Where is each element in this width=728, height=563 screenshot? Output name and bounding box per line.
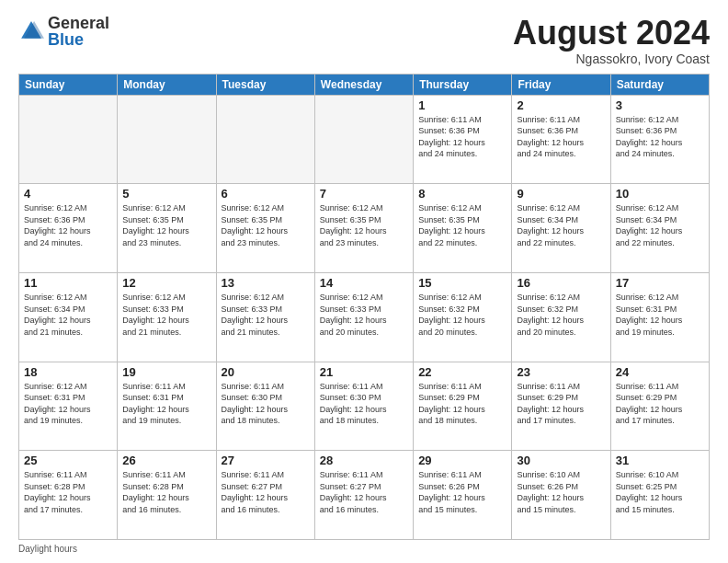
calendar-table: SundayMondayTuesdayWednesdayThursdayFrid… <box>18 74 710 540</box>
calendar-week-3: 11Sunrise: 6:12 AM Sunset: 6:34 PM Dayli… <box>19 272 710 362</box>
day-number: 2 <box>517 98 605 112</box>
day-info: Sunrise: 6:11 AM Sunset: 6:36 PM Dayligh… <box>418 114 506 160</box>
day-number: 17 <box>616 276 704 290</box>
weekday-header-row: SundayMondayTuesdayWednesdayThursdayFrid… <box>19 74 710 95</box>
day-number: 28 <box>320 454 408 467</box>
day-number: 9 <box>517 187 605 201</box>
calendar-week-2: 4Sunrise: 6:12 AM Sunset: 6:36 PM Daylig… <box>19 184 710 273</box>
day-info: Sunrise: 6:12 AM Sunset: 6:31 PM Dayligh… <box>24 381 112 427</box>
day-info: Sunrise: 6:11 AM Sunset: 6:28 PM Dayligh… <box>24 469 112 515</box>
logo: General Blue <box>18 15 109 48</box>
calendar-week-4: 18Sunrise: 6:12 AM Sunset: 6:31 PM Dayli… <box>19 362 710 451</box>
day-info: Sunrise: 6:12 AM Sunset: 6:33 PM Dayligh… <box>222 292 310 338</box>
day-number: 27 <box>222 454 310 467</box>
calendar-cell: 15Sunrise: 6:12 AM Sunset: 6:32 PM Dayli… <box>414 272 512 362</box>
day-number: 5 <box>122 187 210 201</box>
day-info: Sunrise: 6:12 AM Sunset: 6:36 PM Dayligh… <box>24 202 112 248</box>
day-info: Sunrise: 6:10 AM Sunset: 6:26 PM Dayligh… <box>517 469 605 515</box>
day-info: Sunrise: 6:11 AM Sunset: 6:29 PM Dayligh… <box>517 381 605 427</box>
calendar-cell: 2Sunrise: 6:11 AM Sunset: 6:36 PM Daylig… <box>512 95 610 184</box>
day-number: 7 <box>320 187 408 201</box>
day-info: Sunrise: 6:12 AM Sunset: 6:33 PM Dayligh… <box>122 292 210 338</box>
day-number: 10 <box>616 187 704 201</box>
calendar-cell: 29Sunrise: 6:11 AM Sunset: 6:26 PM Dayli… <box>414 451 512 540</box>
calendar-cell: 5Sunrise: 6:12 AM Sunset: 6:35 PM Daylig… <box>118 184 216 273</box>
calendar-cell: 26Sunrise: 6:11 AM Sunset: 6:28 PM Dayli… <box>118 451 216 540</box>
day-info: Sunrise: 6:12 AM Sunset: 6:36 PM Dayligh… <box>616 114 704 160</box>
calendar-cell: 28Sunrise: 6:11 AM Sunset: 6:27 PM Dayli… <box>314 451 413 540</box>
calendar-cell <box>19 95 118 184</box>
day-number: 14 <box>320 276 408 290</box>
logo-text: General Blue <box>48 15 109 48</box>
logo-blue: Blue <box>48 30 84 49</box>
header: General Blue August 2024 Ngassokro, Ivor… <box>18 15 710 66</box>
day-info: Sunrise: 6:12 AM Sunset: 6:35 PM Dayligh… <box>418 202 506 248</box>
day-number: 21 <box>320 365 408 379</box>
weekday-header-friday: Friday <box>512 74 610 95</box>
day-info: Sunrise: 6:11 AM Sunset: 6:28 PM Dayligh… <box>122 469 210 515</box>
day-number: 6 <box>222 187 310 201</box>
footer-note: Daylight hours <box>18 544 710 554</box>
page: General Blue August 2024 Ngassokro, Ivor… <box>0 0 728 563</box>
calendar-week-1: 1Sunrise: 6:11 AM Sunset: 6:36 PM Daylig… <box>19 95 710 184</box>
day-info: Sunrise: 6:12 AM Sunset: 6:34 PM Dayligh… <box>616 202 704 248</box>
title-block: August 2024 Ngassokro, Ivory Coast <box>513 15 710 66</box>
calendar-cell: 3Sunrise: 6:12 AM Sunset: 6:36 PM Daylig… <box>610 95 709 184</box>
calendar-cell: 9Sunrise: 6:12 AM Sunset: 6:34 PM Daylig… <box>512 184 610 273</box>
day-number: 12 <box>122 276 210 290</box>
day-number: 19 <box>122 365 210 379</box>
day-info: Sunrise: 6:12 AM Sunset: 6:33 PM Dayligh… <box>320 292 408 338</box>
weekday-header-saturday: Saturday <box>610 74 709 95</box>
day-number: 11 <box>24 276 112 290</box>
calendar-cell: 1Sunrise: 6:11 AM Sunset: 6:36 PM Daylig… <box>414 95 512 184</box>
day-number: 31 <box>616 454 704 467</box>
day-info: Sunrise: 6:12 AM Sunset: 6:35 PM Dayligh… <box>122 202 210 248</box>
calendar-cell: 11Sunrise: 6:12 AM Sunset: 6:34 PM Dayli… <box>19 272 118 362</box>
calendar-cell: 7Sunrise: 6:12 AM Sunset: 6:35 PM Daylig… <box>314 184 413 273</box>
day-info: Sunrise: 6:11 AM Sunset: 6:26 PM Dayligh… <box>418 469 506 515</box>
day-number: 24 <box>616 365 704 379</box>
daylight-label: Daylight hours <box>18 544 77 554</box>
logo-icon <box>18 18 44 44</box>
calendar-cell <box>118 95 216 184</box>
day-info: Sunrise: 6:12 AM Sunset: 6:34 PM Dayligh… <box>517 202 605 248</box>
day-number: 23 <box>517 365 605 379</box>
calendar-week-5: 25Sunrise: 6:11 AM Sunset: 6:28 PM Dayli… <box>19 451 710 540</box>
day-number: 30 <box>517 454 605 467</box>
day-number: 8 <box>418 187 506 201</box>
calendar-cell: 19Sunrise: 6:11 AM Sunset: 6:31 PM Dayli… <box>118 362 216 451</box>
weekday-header-monday: Monday <box>118 74 216 95</box>
location-subtitle: Ngassokro, Ivory Coast <box>513 52 710 66</box>
day-info: Sunrise: 6:12 AM Sunset: 6:31 PM Dayligh… <box>616 292 704 338</box>
day-info: Sunrise: 6:11 AM Sunset: 6:30 PM Dayligh… <box>320 381 408 427</box>
day-number: 4 <box>24 187 112 201</box>
calendar-cell: 24Sunrise: 6:11 AM Sunset: 6:29 PM Dayli… <box>610 362 709 451</box>
day-info: Sunrise: 6:12 AM Sunset: 6:32 PM Dayligh… <box>517 292 605 338</box>
day-number: 22 <box>418 365 506 379</box>
day-info: Sunrise: 6:12 AM Sunset: 6:35 PM Dayligh… <box>320 202 408 248</box>
day-number: 13 <box>222 276 310 290</box>
day-info: Sunrise: 6:11 AM Sunset: 6:27 PM Dayligh… <box>320 469 408 515</box>
day-info: Sunrise: 6:12 AM Sunset: 6:34 PM Dayligh… <box>24 292 112 338</box>
month-title: August 2024 <box>513 15 710 52</box>
calendar-cell <box>314 95 413 184</box>
day-info: Sunrise: 6:11 AM Sunset: 6:31 PM Dayligh… <box>122 381 210 427</box>
day-info: Sunrise: 6:10 AM Sunset: 6:25 PM Dayligh… <box>616 469 704 515</box>
calendar-cell: 17Sunrise: 6:12 AM Sunset: 6:31 PM Dayli… <box>610 272 709 362</box>
calendar-cell: 20Sunrise: 6:11 AM Sunset: 6:30 PM Dayli… <box>216 362 314 451</box>
day-info: Sunrise: 6:11 AM Sunset: 6:29 PM Dayligh… <box>418 381 506 427</box>
calendar-cell: 13Sunrise: 6:12 AM Sunset: 6:33 PM Dayli… <box>216 272 314 362</box>
day-number: 18 <box>24 365 112 379</box>
calendar-cell: 23Sunrise: 6:11 AM Sunset: 6:29 PM Dayli… <box>512 362 610 451</box>
calendar-cell: 4Sunrise: 6:12 AM Sunset: 6:36 PM Daylig… <box>19 184 118 273</box>
day-number: 1 <box>418 98 506 112</box>
day-info: Sunrise: 6:11 AM Sunset: 6:29 PM Dayligh… <box>616 381 704 427</box>
calendar-cell: 12Sunrise: 6:12 AM Sunset: 6:33 PM Dayli… <box>118 272 216 362</box>
calendar-cell: 16Sunrise: 6:12 AM Sunset: 6:32 PM Dayli… <box>512 272 610 362</box>
calendar-cell: 25Sunrise: 6:11 AM Sunset: 6:28 PM Dayli… <box>19 451 118 540</box>
calendar-cell <box>216 95 314 184</box>
day-info: Sunrise: 6:11 AM Sunset: 6:27 PM Dayligh… <box>222 469 310 515</box>
calendar-cell: 27Sunrise: 6:11 AM Sunset: 6:27 PM Dayli… <box>216 451 314 540</box>
day-number: 29 <box>418 454 506 467</box>
weekday-header-sunday: Sunday <box>19 74 118 95</box>
